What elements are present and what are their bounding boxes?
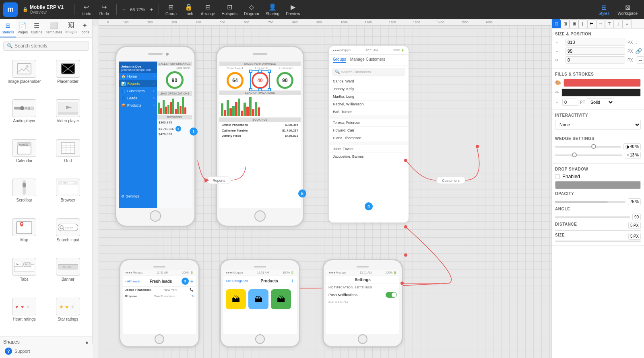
workspace-button[interactable]: ⊠ Workspace: [614, 3, 641, 16]
sidebar-tab-images[interactable]: 🖼 Images: [64, 19, 79, 37]
align-icon-9[interactable]: ≡: [623, 19, 632, 28]
align-icon-2[interactable]: ⊞: [561, 19, 570, 28]
stencil-image-placeholder[interactable]: Image placeholder: [3, 58, 45, 95]
stencil-grid[interactable]: Grid: [47, 137, 89, 175]
support-button[interactable]: ? Support: [0, 344, 93, 358]
sidebar-tab-pages[interactable]: 📄 Pages: [16, 19, 30, 37]
main-layout: ⊞ Stencils 📄 Pages ☰ Outline ⬜ Templates…: [0, 19, 644, 358]
undo-button[interactable]: ↩ Undo: [78, 2, 95, 17]
wedge-pct-2: %: [635, 153, 639, 157]
scrollbar-icon: [12, 179, 36, 196]
stroke-size-input[interactable]: [562, 99, 578, 106]
width-input[interactable]: [566, 39, 625, 46]
drop-shadow-title: DROP SHADOW: [555, 167, 641, 171]
preview-icon: ▶: [291, 3, 295, 11]
svg-text:★: ★: [70, 304, 75, 310]
shadow-checkbox[interactable]: [555, 174, 560, 179]
fill-color-swatch[interactable]: [564, 79, 641, 87]
selection-overlay: [250, 70, 270, 91]
svg-rect-10: [29, 107, 30, 110]
stencil-tabs[interactable]: Tab 1Tab 2 Tabs: [3, 255, 45, 293]
svg-text:88 × 31: 88 × 31: [63, 266, 71, 268]
opacity-fill: [555, 201, 608, 203]
lock-icon: 🔒: [23, 7, 28, 12]
search-input-icon: Search: [56, 218, 80, 236]
opacity-slider[interactable]: [555, 201, 625, 203]
interactivity-section: INTERACTIVITY None Link Anchor: [552, 110, 644, 133]
size-shadow-value-display: 5 PX: [628, 233, 641, 240]
align-icon-5[interactable]: ⊢: [587, 19, 596, 28]
search-input[interactable]: [14, 43, 85, 49]
sidebar-tab-outline[interactable]: ☰ Outline: [29, 19, 44, 37]
badge-1: 1: [190, 128, 198, 136]
sidebar-tab-stencils[interactable]: ⊞ Stencils: [0, 19, 16, 37]
align-icon-4[interactable]: |: [578, 19, 587, 28]
align-icon-7[interactable]: ⊤: [605, 19, 614, 28]
x-input[interactable]: [566, 47, 625, 55]
diagram-button[interactable]: ◇ Diagram: [242, 2, 262, 17]
zoom-control[interactable]: − 66.77% +: [121, 6, 155, 13]
stroke-color-icon[interactable]: ✏: [555, 90, 559, 95]
stencil-star-ratings[interactable]: ★★★ Star ratings: [47, 295, 89, 333]
stroke-type-select[interactable]: Solid Dashed Dotted: [587, 98, 614, 106]
stencil-placeholder[interactable]: Placeholder: [47, 58, 89, 95]
phone2-circle-1: 64: [227, 72, 244, 89]
styles-button[interactable]: ⊞ Styles: [595, 3, 613, 16]
phone-mockup-2: SALES PERFORMANCE Current week Last week…: [216, 46, 304, 227]
stencil-audio-player[interactable]: Audio player: [3, 97, 45, 135]
canvas-content[interactable]: Johanna Doe johanna@example.com 🏠Home› 📊…: [99, 26, 551, 358]
align-icon-3[interactable]: ⊠: [570, 19, 578, 28]
flip-h-button[interactable]: ↔: [637, 56, 644, 64]
zoom-minus[interactable]: −: [121, 6, 127, 13]
stencil-banner[interactable]: 88 × 31 Banner: [47, 255, 89, 293]
interactivity-select[interactable]: None Link Anchor: [555, 120, 641, 130]
badge-4: 4: [365, 202, 373, 210]
svg-point-1: [26, 65, 29, 68]
customer-panel-tabs: Groups Manage Customers: [329, 55, 409, 66]
stencil-scrollbar[interactable]: Scrollbar: [3, 176, 45, 214]
stencil-browser[interactable]: http:// Browser: [47, 176, 89, 214]
wedge-slider-1[interactable]: [555, 146, 621, 148]
shadow-color-swatch[interactable]: [555, 181, 641, 189]
size-shadow-slider[interactable]: [555, 241, 641, 242]
placeholder-icon: [56, 60, 80, 78]
align-icon-1[interactable]: ⊟: [552, 19, 561, 28]
preview-button[interactable]: ▶ Preview: [283, 2, 303, 17]
phone-bl-speaker: [153, 266, 165, 267]
width-row: ↔ PX ↕ PX: [555, 39, 641, 46]
stencil-calendar[interactable]: April 22 Calendar: [3, 137, 45, 175]
distance-slider[interactable]: [555, 230, 641, 231]
templates-icon: ⬜: [50, 22, 58, 29]
group-button[interactable]: ⊞ Group: [163, 2, 179, 17]
stencil-search-input[interactable]: Search Search input: [47, 216, 89, 254]
size-position-title: SIZE & POSITION: [555, 32, 641, 36]
fill-color-icon[interactable]: 🎨: [555, 80, 561, 86]
redo-button[interactable]: ↪ Redo: [96, 2, 112, 17]
angle-slider[interactable]: [555, 216, 630, 218]
wedge-value-2: ○ 13 %: [625, 152, 641, 158]
phone-br-speaker: [357, 266, 369, 267]
hotspots-button[interactable]: ⊡ Hotspots: [219, 2, 239, 17]
left-sidebar: ⊞ Stencils 📄 Pages ☰ Outline ⬜ Templates…: [0, 19, 93, 358]
sharing-button[interactable]: 👤 Sharing: [263, 2, 282, 17]
sidebar-tab-templates[interactable]: ⬜ Templates: [44, 19, 64, 37]
cp-tab-groups[interactable]: Groups: [333, 57, 346, 63]
x-icon: ↔: [555, 49, 563, 53]
phone-br-push-notif: Push Notifications: [326, 291, 399, 299]
zoom-plus[interactable]: +: [149, 6, 155, 13]
stroke-color-swatch[interactable]: [561, 88, 641, 97]
stencil-heart-ratings[interactable]: ♥♥♥ Heart ratings: [3, 295, 45, 333]
phone1-screen: Johanna Doe johanna@example.com 🏠Home› 📊…: [119, 62, 192, 208]
align-icon-6[interactable]: ⊣: [596, 19, 605, 28]
wedge-slider-2[interactable]: [555, 154, 622, 156]
stencil-video-player[interactable]: Video player: [47, 97, 89, 135]
align-icon-8[interactable]: ⊥: [614, 19, 623, 28]
angle-input[interactable]: [566, 56, 625, 64]
customer-search[interactable]: 🔍 Search Customers: [332, 68, 405, 76]
sidebar-tab-icons[interactable]: ✦ Icons: [79, 19, 91, 37]
stencil-map[interactable]: Map: [3, 216, 45, 254]
arrange-button[interactable]: ⊟ Arrange: [198, 2, 218, 17]
shadow-enabled-label: Enabled: [562, 174, 580, 179]
cp-tab-manage[interactable]: Manage Customers: [350, 57, 385, 63]
lock-button[interactable]: 🔒 Lock: [181, 2, 197, 17]
